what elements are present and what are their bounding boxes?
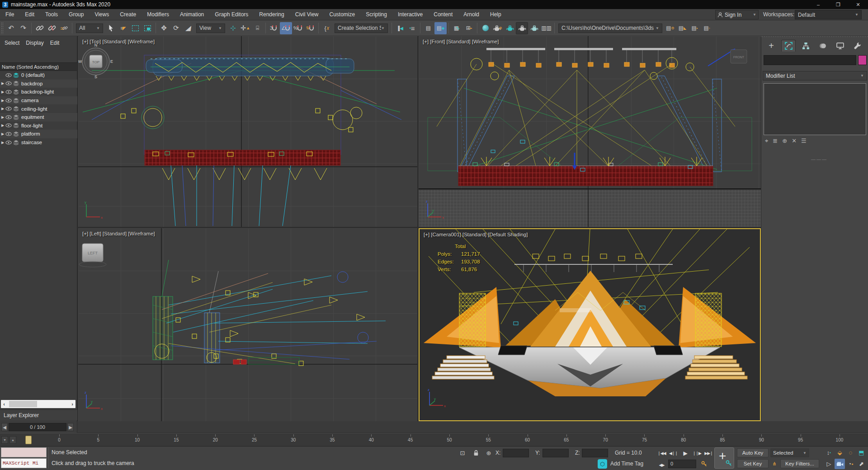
layer-row[interactable]: ▶ ceiling-light (0, 104, 77, 113)
remove-modifier-button[interactable]: ✕ (792, 137, 797, 145)
menu-item[interactable]: Modifiers (142, 9, 175, 20)
time-range-field[interactable]: 0 / 100 (9, 423, 66, 431)
scene-explorer-open-button[interactable]: ▤◣ (676, 22, 689, 34)
workspaces-dropdown[interactable]: Default ▼ (795, 10, 862, 19)
y-coordinate-field[interactable] (542, 449, 569, 457)
next-frame-button[interactable]: ▶ (67, 423, 74, 431)
use-pivot-point-button[interactable]: ⊹ (227, 22, 239, 34)
layer-stack-icon[interactable] (13, 115, 19, 120)
zoom-region-icon[interactable]: ⬒ (856, 447, 867, 458)
viewport-front-label[interactable]: [+] [Front] [Standard] [Wireframe] (423, 39, 499, 44)
layer-stack-icon[interactable] (13, 73, 19, 78)
key-filters-icon[interactable]: ⋔ (769, 459, 779, 468)
scroll-left-arrow[interactable]: ‹ (1, 401, 7, 407)
selection-filter-dropdown[interactable]: All▼ (76, 24, 103, 33)
field-of-view-icon[interactable]: ▷ (824, 459, 834, 469)
visibility-eye-icon[interactable] (5, 107, 12, 111)
maxscript-mini-listener-input[interactable]: MAXScript Mi (1, 458, 47, 468)
expand-arrow-icon[interactable]: ▶ (0, 115, 5, 119)
menu-item[interactable]: Content (428, 9, 458, 20)
viewcube-compass[interactable]: TOP N W E S (78, 42, 113, 79)
go-to-end-button[interactable]: ▶▶❘ (703, 448, 714, 458)
align-button[interactable]: ▪≡ (406, 22, 418, 34)
zoom-extents-all-icon[interactable]: ◌ (845, 447, 856, 458)
modifier-list-dropdown[interactable]: Modifier List ▼ (763, 71, 867, 80)
viewport-top[interactable]: [+] [Top] [Standard] [Wireframe] (78, 36, 417, 227)
previous-frame-button[interactable]: ◀ (1, 423, 8, 431)
scrollbar-thumb[interactable] (9, 401, 37, 407)
sign-in-dropdown[interactable]: Sign In ▼ (715, 10, 759, 19)
scene-explorer-tab[interactable]: Edit (50, 40, 60, 46)
undo-button[interactable]: ↶ (5, 22, 17, 34)
next-frame-button[interactable]: ❘❘▶ (692, 448, 702, 458)
layer-row[interactable]: ▶ backdrop-light (0, 88, 77, 96)
visibility-eye-icon[interactable] (5, 141, 12, 145)
name-column-header[interactable]: Name (Sorted Ascending) (0, 62, 77, 71)
tab-display[interactable] (833, 40, 847, 52)
menu-item[interactable]: Tools (40, 9, 63, 20)
menu-item[interactable]: Animation (175, 9, 209, 20)
z-coordinate-field[interactable] (582, 449, 608, 457)
tab-create[interactable]: + (764, 40, 778, 52)
expand-arrow-icon[interactable]: ▶ (0, 99, 5, 103)
selection-set-dropdown[interactable]: Selected▼ (770, 448, 809, 457)
layer-row[interactable]: ▶ camera (0, 96, 77, 105)
layer-stack-icon[interactable] (13, 106, 19, 111)
menu-item[interactable]: Arnold (458, 9, 485, 20)
reference-coordsys-dropdown[interactable]: View▼ (196, 24, 225, 33)
tab-modify[interactable] (781, 40, 796, 52)
render-iterative-button[interactable] (528, 22, 540, 34)
truck-camera-icon[interactable] (835, 459, 845, 469)
show-selected-keys-button[interactable]: ▴ (9, 436, 16, 444)
key-mode-toggle[interactable]: ◀▶ (656, 460, 667, 470)
layer-stack-icon[interactable] (13, 132, 19, 136)
viewport-left[interactable]: [+] [Left] [Standard] [Wireframe] (78, 228, 417, 421)
expand-arrow-icon[interactable]: ▶ (0, 132, 5, 136)
select-and-scale-button[interactable]: ◢ (182, 22, 194, 34)
menu-item[interactable]: Interactive (392, 9, 428, 20)
viewport-front[interactable]: [+] [Front] [Standard] [Wireframe] (419, 36, 761, 227)
object-color-swatch[interactable] (858, 55, 867, 65)
mirror-button[interactable]: ▐◀ (394, 22, 406, 34)
layer-stack-icon[interactable] (13, 89, 19, 94)
rendered-frame-window-button[interactable] (504, 22, 516, 34)
select-and-manipulate-button[interactable]: ✛▲ (239, 22, 251, 34)
scroll-right-arrow[interactable]: › (69, 401, 75, 407)
expand-arrow-icon[interactable]: ▶ (0, 141, 5, 145)
select-object-button[interactable] (105, 22, 117, 34)
layer-row[interactable]: ▶ floor-light (0, 122, 77, 130)
menu-item[interactable]: Civil View (290, 9, 324, 20)
close-button[interactable]: ✕ (848, 0, 868, 9)
scene-explorer-tab[interactable]: Select (5, 40, 19, 46)
redo-button[interactable]: ↷ (17, 22, 29, 34)
viewport-camera[interactable]: [+] [Camera001] [Standard] [Default Shad… (419, 228, 761, 421)
tab-hierarchy[interactable] (798, 40, 813, 52)
layer-stack-icon[interactable] (13, 98, 19, 103)
layer-stack-icon[interactable] (13, 123, 19, 128)
panel-resize-grip[interactable]: ——— (811, 157, 827, 162)
menu-item[interactable]: Group (63, 9, 89, 20)
layer-row[interactable]: ▶ backdrop (0, 80, 77, 88)
layer-row[interactable]: ▶ 0 (default) (0, 71, 77, 80)
edit-named-selection-sets-button[interactable]: {𝘹 (321, 22, 333, 34)
time-slider-handle[interactable] (25, 436, 32, 444)
viewport-camera-label[interactable]: [+] [Camera001] [Standard] [Default Shad… (424, 232, 528, 237)
toolbar-drag-handle[interactable] (1, 22, 4, 34)
named-selection-sets-dropdown[interactable]: Create Selection Sel▼ (335, 24, 388, 33)
object-name-field[interactable] (764, 55, 856, 65)
mini-curve-editor-button[interactable]: ▾ (1, 436, 8, 444)
select-by-name-button[interactable]: ≡◤ (117, 22, 129, 34)
expand-arrow-icon[interactable]: ▶ (0, 107, 5, 111)
expand-arrow-icon[interactable]: ▶ (0, 81, 5, 85)
track-bar[interactable]: ▾ ▴ 051015202530354045505560657075808590… (0, 433, 868, 446)
menu-item[interactable]: Edit (19, 9, 40, 20)
render-production-button[interactable] (516, 22, 528, 34)
orbit-camera-icon[interactable]: ◔● (845, 459, 856, 469)
pin-stack-button[interactable]: ⌖ (765, 137, 768, 145)
rectangular-selection-region-button[interactable] (129, 22, 142, 34)
layer-manager-button[interactable]: ▤ (422, 22, 434, 34)
scene-explorer-config-button[interactable]: ▤▫ (701, 22, 713, 34)
time-slider-track[interactable] (77, 421, 868, 433)
key-filters-button[interactable]: Key Filters... (780, 459, 819, 468)
show-end-result-button[interactable]: ≣ (773, 137, 778, 145)
